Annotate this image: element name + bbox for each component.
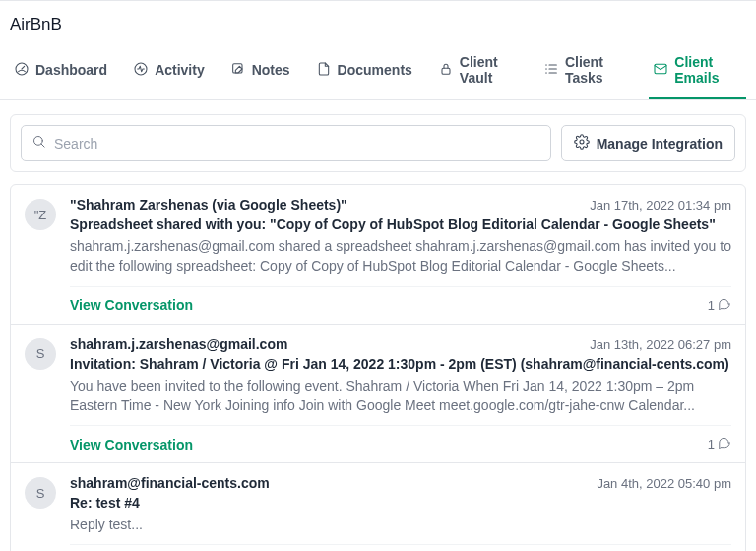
tab-label: Client Tasks bbox=[565, 54, 627, 86]
avatar: S bbox=[25, 338, 56, 370]
lock-icon bbox=[438, 61, 454, 80]
email-preview: Reply test... bbox=[70, 515, 731, 534]
tab-dashboard[interactable]: Dashboard bbox=[10, 44, 111, 99]
file-icon bbox=[316, 61, 332, 80]
email-preview: You have been invited to the following e… bbox=[70, 376, 731, 416]
gauge-icon bbox=[14, 61, 30, 80]
search-input-wrap[interactable] bbox=[21, 125, 551, 161]
email-timestamp: Jan 17th, 2022 01:34 pm bbox=[590, 198, 731, 213]
comment-icon bbox=[718, 297, 731, 314]
tab-label: Client Vault bbox=[460, 54, 518, 86]
tab-label: Documents bbox=[338, 62, 412, 78]
message-count: 1 bbox=[708, 297, 731, 314]
tab-label: Notes bbox=[252, 62, 290, 78]
email-item: S shahram.j.zarshenas@gmail.com Jan 13th… bbox=[11, 324, 745, 463]
email-sender: shahram.j.zarshenas@gmail.com bbox=[70, 337, 287, 352]
svg-line-12 bbox=[41, 144, 44, 147]
tab-bar: Dashboard Activity Notes Documents Clien… bbox=[0, 44, 756, 100]
view-conversation-link[interactable]: View Conversation bbox=[70, 437, 193, 453]
email-subject: Invitation: Shahram / Victoria @ Fri Jan… bbox=[70, 356, 731, 372]
mail-icon bbox=[653, 61, 668, 80]
email-list: "Z "Shahram Zarshenas (via Google Sheets… bbox=[10, 184, 746, 551]
page-title: AirBnB bbox=[0, 1, 756, 44]
tab-client-vault[interactable]: Client Vault bbox=[434, 44, 522, 99]
email-subject: Spreadsheet shared with you: "Copy of Co… bbox=[70, 216, 731, 232]
svg-point-13 bbox=[580, 140, 584, 144]
tab-activity[interactable]: Activity bbox=[129, 44, 209, 99]
list-icon bbox=[543, 61, 559, 80]
email-subject: Re: test #4 bbox=[70, 495, 731, 511]
email-preview: shahram.j.zarshenas@gmail.com shared a s… bbox=[70, 236, 731, 276]
view-conversation-link[interactable]: View Conversation bbox=[70, 297, 193, 313]
tab-label: Activity bbox=[155, 62, 205, 78]
email-item: S shahram@financial-cents.com Jan 4th, 2… bbox=[11, 462, 745, 551]
activity-icon bbox=[133, 61, 149, 80]
tab-client-emails[interactable]: Client Emails bbox=[649, 44, 746, 99]
tab-documents[interactable]: Documents bbox=[312, 44, 416, 99]
comment-icon bbox=[718, 436, 731, 453]
search-input[interactable] bbox=[54, 136, 540, 152]
email-sender: shahram@financial-cents.com bbox=[70, 475, 270, 491]
search-icon bbox=[32, 134, 46, 153]
tab-label: Dashboard bbox=[35, 62, 107, 78]
toolbar: Manage Integration bbox=[10, 114, 746, 172]
message-count: 1 bbox=[708, 436, 731, 453]
tab-client-tasks[interactable]: Client Tasks bbox=[539, 44, 631, 99]
email-sender: "Shahram Zarshenas (via Google Sheets)" bbox=[70, 197, 347, 213]
avatar: S bbox=[25, 477, 56, 509]
gear-icon bbox=[574, 134, 590, 153]
edit-icon bbox=[230, 61, 246, 80]
email-timestamp: Jan 13th, 2022 06:27 pm bbox=[590, 337, 731, 352]
avatar: "Z bbox=[25, 199, 56, 230]
svg-rect-10 bbox=[655, 64, 666, 73]
tab-notes[interactable]: Notes bbox=[226, 44, 294, 99]
manage-label: Manage Integration bbox=[597, 136, 723, 152]
email-timestamp: Jan 4th, 2022 05:40 pm bbox=[597, 476, 731, 491]
manage-integration-button[interactable]: Manage Integration bbox=[561, 125, 735, 161]
email-item: "Z "Shahram Zarshenas (via Google Sheets… bbox=[11, 185, 745, 324]
svg-rect-3 bbox=[442, 68, 450, 74]
tab-label: Client Emails bbox=[674, 54, 742, 86]
